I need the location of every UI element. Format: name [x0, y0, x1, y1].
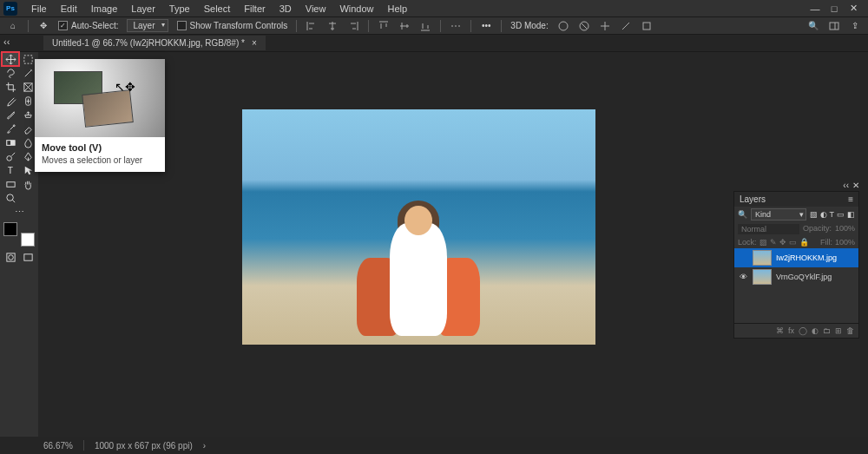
3d-scale-icon[interactable] — [641, 20, 653, 32]
filter-adjustment-icon[interactable]: ◐ — [820, 210, 827, 219]
screen-mode-button[interactable] — [19, 250, 36, 264]
foreground-color-swatch[interactable] — [3, 222, 17, 236]
menu-type[interactable]: Type — [162, 2, 197, 16]
spot-healing-tool[interactable] — [19, 94, 36, 108]
layer-name[interactable]: Iw2jRHOKKM.jpg — [776, 253, 837, 262]
distribute-icon[interactable] — [450, 20, 462, 32]
show-transform-checkbox[interactable] — [177, 21, 187, 30]
layer-mask-icon[interactable]: ◯ — [799, 326, 807, 335]
3d-slide-icon[interactable] — [620, 20, 632, 32]
magic-wand-tool[interactable] — [19, 66, 36, 80]
quick-mask-button[interactable] — [2, 250, 19, 264]
filter-search-icon[interactable]: 🔍 — [738, 210, 747, 219]
pen-tool[interactable] — [19, 149, 36, 163]
auto-select-target-dropdown[interactable]: Layer — [127, 19, 168, 32]
fill-value[interactable]: 100% — [835, 238, 855, 247]
history-brush-tool[interactable] — [2, 122, 19, 135]
new-layer-icon[interactable]: ⊞ — [835, 326, 842, 335]
gradient-tool[interactable] — [2, 135, 19, 149]
layer-filter-dropdown[interactable]: Kind — [751, 208, 806, 220]
link-layers-icon[interactable]: ⌘ — [776, 326, 784, 335]
background-color-swatch[interactable] — [21, 233, 35, 247]
menu-image[interactable]: Image — [84, 2, 125, 16]
align-middle-icon[interactable] — [398, 20, 411, 32]
move-tool[interactable] — [2, 52, 19, 66]
align-top-icon[interactable] — [378, 20, 390, 32]
filter-smart-icon[interactable]: ◧ — [847, 210, 855, 219]
document-tab[interactable]: Untitled-1 @ 66.7% (Iw2jRHOKKM.jpg, RGB/… — [43, 36, 266, 50]
status-arrow-icon[interactable]: › — [203, 441, 206, 451]
lock-transparency-icon[interactable]: ▨ — [760, 238, 767, 247]
eyedropper-tool[interactable]: I — [2, 94, 19, 108]
3d-roll-icon[interactable] — [578, 20, 590, 32]
panel-menu-icon[interactable]: ≡ — [848, 194, 853, 204]
workspace-icon[interactable] — [828, 20, 840, 32]
window-close-button[interactable]: ✕ — [847, 3, 859, 15]
opacity-value[interactable]: 100% — [835, 224, 855, 234]
share-icon[interactable]: ⇪ — [849, 20, 861, 32]
eraser-tool[interactable] — [19, 122, 36, 135]
layer-visibility-toggle[interactable]: 👁 — [738, 273, 748, 281]
layer-group-icon[interactable]: 🗀 — [823, 326, 831, 335]
adjustment-layer-icon[interactable]: ◐ — [812, 326, 819, 335]
filter-shape-icon[interactable]: ▭ — [837, 210, 845, 219]
window-maximize-button[interactable]: □ — [828, 3, 840, 15]
align-bottom-icon[interactable] — [419, 20, 431, 32]
zoom-tool[interactable] — [2, 191, 19, 205]
zoom-level[interactable]: 66.67% — [43, 441, 73, 451]
align-right-icon[interactable] — [347, 20, 359, 32]
lock-position-icon[interactable]: ✥ — [779, 238, 786, 247]
color-swatches[interactable] — [3, 222, 35, 247]
layer-item[interactable]: Iw2jRHOKKM.jpg — [734, 248, 858, 267]
menu-3d[interactable]: 3D — [273, 2, 299, 16]
lasso-tool[interactable] — [2, 66, 19, 80]
rectangle-tool[interactable] — [2, 177, 19, 191]
lock-artboard-icon[interactable]: ▭ — [789, 238, 797, 247]
filter-pixel-icon[interactable]: ▧ — [810, 210, 818, 219]
delete-layer-icon[interactable]: 🗑 — [846, 326, 854, 335]
auto-select-checkbox[interactable]: ✓ — [58, 21, 68, 30]
blur-tool[interactable] — [19, 135, 36, 149]
align-center-h-icon[interactable] — [326, 20, 339, 32]
crop-tool[interactable] — [2, 80, 19, 94]
document-dimensions[interactable]: 1000 px x 667 px (96 ppi) — [95, 441, 193, 451]
menu-file[interactable]: File — [24, 2, 54, 16]
panel-collapse-icon[interactable]: ‹‹ — [843, 181, 849, 190]
layer-thumbnail[interactable] — [753, 269, 772, 285]
align-left-icon[interactable] — [306, 20, 318, 32]
menu-help[interactable]: Help — [381, 2, 415, 16]
hand-tool[interactable] — [19, 177, 36, 191]
filter-type-icon[interactable]: T — [830, 210, 835, 219]
menu-view[interactable]: View — [299, 2, 333, 16]
layer-thumbnail[interactable] — [753, 250, 772, 266]
menu-select[interactable]: Select — [197, 2, 238, 16]
document-canvas[interactable] — [242, 109, 595, 345]
window-minimize-button[interactable]: — — [809, 3, 821, 15]
layer-fx-icon[interactable]: fx — [788, 326, 794, 335]
collapse-icon[interactable]: ‹‹ — [3, 36, 10, 47]
brush-tool[interactable] — [2, 108, 19, 122]
search-icon[interactable]: 🔍 — [807, 20, 819, 32]
dodge-tool[interactable] — [2, 149, 19, 163]
rectangular-marquee-tool[interactable] — [19, 52, 36, 66]
layer-name[interactable]: VrnGoQYklF.jpg — [776, 273, 832, 281]
menu-window[interactable]: Window — [332, 2, 380, 16]
3d-pan-icon[interactable] — [599, 20, 611, 32]
more-align-icon[interactable]: ••• — [480, 20, 492, 32]
3d-orbit-icon[interactable] — [557, 20, 569, 32]
path-selection-tool[interactable] — [19, 163, 36, 177]
menu-layer[interactable]: Layer — [124, 2, 162, 16]
type-tool[interactable]: T — [2, 163, 19, 177]
layers-panel-title[interactable]: Layers — [740, 194, 766, 204]
menu-edit[interactable]: Edit — [54, 2, 84, 16]
panel-close-icon[interactable]: ✕ — [852, 181, 859, 190]
frame-tool[interactable] — [19, 80, 36, 94]
blend-mode-dropdown[interactable]: Normal — [738, 224, 799, 234]
lock-pixels-icon[interactable]: ✎ — [770, 238, 777, 247]
edit-toolbar-button[interactable]: ⋯ — [2, 205, 36, 219]
lock-all-icon[interactable]: 🔒 — [799, 238, 809, 247]
home-icon[interactable]: ⌂ — [7, 20, 19, 32]
document-tab-close-button[interactable]: × — [252, 38, 257, 48]
layer-item[interactable]: 👁 VrnGoQYklF.jpg — [734, 267, 858, 286]
menu-filter[interactable]: Filter — [237, 2, 272, 16]
